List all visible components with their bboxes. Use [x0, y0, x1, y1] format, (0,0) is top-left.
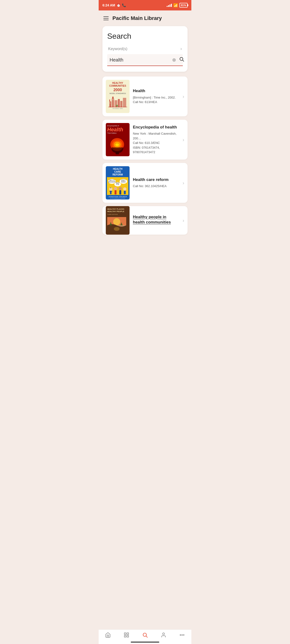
- book-detail-3a: Call No: 362.10425/HEA: [133, 184, 178, 188]
- book-detail-2b: Call No: 610.3/ENC: [133, 140, 178, 145]
- svg-text:WORKS: WORKS: [121, 181, 126, 182]
- svg-point-43: [123, 187, 126, 191]
- svg-rect-15: [108, 106, 127, 107]
- svg-rect-50: [127, 633, 129, 634]
- svg-text:HOW IT: HOW IT: [121, 180, 126, 181]
- more-icon: [179, 632, 185, 639]
- nav-catalog[interactable]: [117, 632, 136, 639]
- book-detail-2a: New York : Marshall Cavendish, 200…: [133, 131, 178, 140]
- svg-rect-6: [112, 97, 114, 98]
- book-cover-1: HEALTHYCOMMUNITIES 2000 MODEL STANDARDS: [106, 80, 130, 113]
- book-title-1: Health: [133, 88, 178, 94]
- svg-point-48: [114, 227, 120, 231]
- svg-rect-35: [110, 188, 111, 188]
- book-title-3: Health care reform: [133, 177, 178, 182]
- svg-rect-14: [113, 100, 114, 100]
- wifi-icon: 📶: [173, 3, 178, 8]
- list-item[interactable]: HEALTHCAREREFORM WHY IT'S NECESSARY WHAT…: [102, 163, 188, 203]
- svg-rect-8: [118, 99, 120, 107]
- nav-profile[interactable]: [154, 632, 173, 639]
- book-chevron-4: ›: [183, 218, 184, 223]
- svg-rect-10: [123, 98, 126, 107]
- list-item[interactable]: HEALTHY PLACESHEALTHY PEOPLE THIRD EDITI…: [102, 206, 188, 234]
- search-input[interactable]: [110, 57, 170, 63]
- svg-point-39: [114, 187, 117, 190]
- book-info-1: Health [Birmingham] : Time Inc., 2002. C…: [133, 88, 184, 104]
- book-cover-2: Encyclopedia of Health Third Edition: [106, 123, 130, 156]
- book-cover-4: HEALTHY PLACESHEALTHY PEOPLE THIRD EDITI…: [106, 206, 130, 234]
- home-icon: [105, 632, 111, 639]
- list-item[interactable]: HEALTHYCOMMUNITIES 2000 MODEL STANDARDS: [102, 76, 188, 116]
- svg-rect-40: [115, 190, 117, 194]
- book-info-3: Health care reform Call No: 362.10425/HE…: [133, 177, 184, 188]
- status-bar: 6:24 AM ⏰ 📞 📶 81%: [99, 0, 191, 10]
- phone-icon: 📞: [122, 3, 126, 7]
- search-button[interactable]: [178, 56, 185, 64]
- battery-icon: 81%: [179, 3, 188, 8]
- nav-more[interactable]: [173, 632, 191, 639]
- book-info-4: Healthy people in health communities: [133, 214, 184, 226]
- svg-rect-11: [110, 102, 110, 102]
- signal-icon: [167, 4, 172, 7]
- keyword-label: Keyword(s): [108, 47, 127, 51]
- svg-text:IT IS: IT IS: [117, 184, 119, 185]
- book-detail-2c: ISBN: 0761473474, 9780761473472: [133, 145, 178, 154]
- search-nav-icon: [142, 632, 148, 639]
- svg-line-1: [183, 60, 184, 61]
- svg-rect-44: [124, 191, 126, 194]
- svg-rect-17: [117, 106, 117, 107]
- svg-rect-23: [116, 152, 119, 154]
- book-chevron-2: ›: [183, 137, 184, 142]
- page-title: Pacific Main Library: [112, 15, 162, 21]
- nav-home[interactable]: [99, 632, 117, 639]
- svg-rect-42: [119, 190, 121, 194]
- svg-rect-13: [112, 100, 113, 100]
- clear-button[interactable]: ⊗: [172, 57, 177, 63]
- search-card: Search Keyword(s) › ⊗: [102, 26, 188, 72]
- nav-search[interactable]: [136, 632, 154, 639]
- book-detail-1b: Call No: 613/HEA: [133, 100, 178, 104]
- svg-rect-51: [127, 636, 129, 637]
- book-chevron-1: ›: [183, 94, 184, 99]
- svg-rect-9: [120, 101, 122, 107]
- catalog-icon: [124, 632, 129, 639]
- menu-button[interactable]: [103, 16, 109, 20]
- svg-rect-49: [124, 633, 126, 634]
- profile-icon: [161, 632, 166, 639]
- svg-text:NECESSARY: NECESSARY: [108, 181, 116, 182]
- svg-point-57: [182, 635, 183, 636]
- book-detail-1a: [Birmingham] : Time Inc., 2002.: [133, 95, 178, 100]
- svg-text:WHY IT'S: WHY IT'S: [109, 180, 115, 181]
- svg-point-47: [113, 218, 120, 225]
- svg-point-56: [180, 635, 181, 636]
- keyword-row[interactable]: Keyword(s) ›: [107, 46, 183, 51]
- keyword-chevron-icon: ›: [180, 46, 182, 51]
- book-title-4: Healthy people in health communities: [133, 214, 178, 225]
- search-title: Search: [107, 32, 183, 40]
- list-item[interactable]: Encyclopedia of Health Third Edition: [102, 120, 188, 160]
- book-cover-3: HEALTHCAREREFORM WHY IT'S NECESSARY WHAT…: [106, 166, 130, 200]
- book-info-2: Encyclopedia of health New York : Marsha…: [133, 125, 184, 154]
- search-input-row: ⊗: [107, 54, 183, 66]
- svg-point-58: [183, 635, 184, 636]
- time-display: 6:24 AM: [102, 3, 115, 7]
- home-indicator: [131, 642, 159, 642]
- svg-point-55: [163, 633, 164, 635]
- svg-rect-52: [124, 636, 126, 637]
- svg-rect-12: [110, 103, 110, 104]
- svg-line-54: [146, 636, 148, 638]
- svg-rect-5: [112, 98, 114, 107]
- results-container: HEALTHYCOMMUNITIES 2000 MODEL STANDARDS: [99, 76, 191, 261]
- app-header: Pacific Main Library: [99, 10, 191, 26]
- svg-point-41: [119, 187, 122, 190]
- svg-rect-4: [109, 100, 110, 102]
- book-title-2: Encyclopedia of health: [133, 125, 178, 130]
- alarm-icon: ⏰: [117, 3, 121, 7]
- book-chevron-3: ›: [183, 180, 184, 186]
